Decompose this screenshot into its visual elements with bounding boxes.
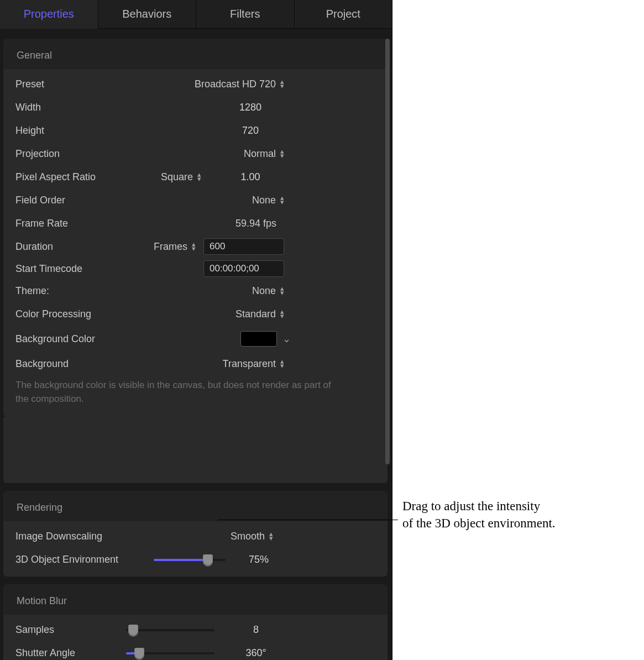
background-help-text: The background color is visible in the c… xyxy=(15,375,375,406)
tab-behaviors[interactable]: Behaviors xyxy=(98,0,197,29)
theme-value: None xyxy=(252,285,276,297)
duration-unit: Frames xyxy=(154,241,187,253)
shutter-slider[interactable] xyxy=(126,647,214,658)
frame-rate-value-wrap: 59.94 fps xyxy=(132,218,292,229)
samples-label: Samples xyxy=(15,624,126,636)
frame-rate-value[interactable]: 59.94 fps xyxy=(235,218,276,229)
width-value[interactable]: 1280 xyxy=(209,102,292,113)
start-tc-label: Start Timecode xyxy=(15,263,132,275)
projection-dropdown[interactable]: Normal xyxy=(132,148,292,160)
inspector-tabs: Properties Behaviors Filters Project xyxy=(0,0,392,29)
stepper-icon xyxy=(197,172,201,181)
par-value: Square xyxy=(161,171,193,183)
duration-input[interactable]: 600 xyxy=(203,238,284,255)
row-width: Width 1280 xyxy=(15,96,375,119)
row-background: Background Transparent xyxy=(15,352,375,375)
start-tc-input[interactable]: 00:00:00;00 xyxy=(203,260,284,277)
preset-label: Preset xyxy=(15,78,132,90)
row-samples: Samples 8 xyxy=(15,618,375,641)
row-duration: Duration Frames 600 xyxy=(15,235,375,258)
color-processing-value: Standard xyxy=(235,308,276,320)
callout-leader-line xyxy=(218,520,398,520)
stepper-icon xyxy=(280,80,284,88)
callout-text: Drag to adjust the intensity of the 3D o… xyxy=(402,497,635,532)
section-motion-blur: Samples 8 Shutter Angle xyxy=(3,615,388,660)
row-start-timecode: Start Timecode 00:00:00;00 xyxy=(15,258,375,279)
field-order-value: None xyxy=(252,195,276,206)
row-projection: Projection Normal xyxy=(15,142,375,165)
preset-dropdown[interactable]: Broadcast HD 720 xyxy=(132,78,292,90)
section-general: Preset Broadcast HD 720 Width 1280 Heigh… xyxy=(3,69,388,417)
tab-project[interactable]: Project xyxy=(295,0,392,29)
downscaling-value: Smooth xyxy=(231,531,265,542)
section-header-motion-blur: Motion Blur xyxy=(3,584,388,615)
preset-value: Broadcast HD 720 xyxy=(195,78,276,90)
row-theme: Theme: None xyxy=(15,279,375,302)
color-processing-dropdown[interactable]: Standard xyxy=(132,308,292,320)
width-label: Width xyxy=(15,102,132,113)
row-shutter-angle: Shutter Angle 360° xyxy=(15,641,375,660)
shutter-value[interactable]: 360° xyxy=(226,647,286,659)
background-label: Background xyxy=(15,358,132,370)
stepper-icon xyxy=(192,242,196,251)
background-dropdown[interactable]: Transparent xyxy=(132,358,292,370)
callout-line-1: Drag to adjust the intensity xyxy=(402,497,635,515)
section-header-general: General xyxy=(3,39,388,69)
stepper-icon xyxy=(269,532,273,541)
bg-color-well[interactable] xyxy=(240,331,277,347)
env-slider[interactable] xyxy=(154,554,226,565)
row-field-order: Field Order None xyxy=(15,188,375,212)
downscaling-label: Image Downscaling xyxy=(15,531,143,542)
section-rendering: Image Downscaling Smooth 3D Object Envir… xyxy=(3,521,388,577)
par-dropdown[interactable]: Square xyxy=(132,171,209,183)
row-color-processing: Color Processing Standard xyxy=(15,302,375,326)
duration-unit-dropdown[interactable]: Frames xyxy=(132,241,203,253)
background-value: Transparent xyxy=(223,358,276,370)
row-3d-environment: 3D Object Environment 75% xyxy=(15,548,375,571)
duration-label: Duration xyxy=(15,241,132,253)
frame-rate-label: Frame Rate xyxy=(15,218,132,229)
row-downscaling: Image Downscaling Smooth xyxy=(15,525,375,548)
samples-slider[interactable] xyxy=(126,624,214,635)
downscaling-dropdown[interactable]: Smooth xyxy=(143,531,281,542)
bg-color-label: Background Color xyxy=(15,333,132,345)
chevron-down-icon[interactable]: ⌄ xyxy=(282,333,291,345)
height-value[interactable]: 720 xyxy=(209,125,292,137)
shutter-label: Shutter Angle xyxy=(15,647,126,659)
section-header-rendering: Rendering xyxy=(3,491,388,521)
projection-label: Projection xyxy=(15,148,132,160)
env-label: 3D Object Environment xyxy=(15,554,154,565)
inspector-panel: Properties Behaviors Filters Project Gen… xyxy=(0,0,392,660)
panel-body: General Preset Broadcast HD 720 Width 12… xyxy=(0,29,392,660)
row-height: Height 720 xyxy=(15,119,375,142)
tab-filters[interactable]: Filters xyxy=(196,0,295,29)
stepper-icon xyxy=(280,310,284,318)
callout-line-2: of the 3D object environment. xyxy=(402,515,635,532)
tab-properties[interactable]: Properties xyxy=(0,0,98,29)
field-order-label: Field Order xyxy=(15,195,132,206)
color-processing-label: Color Processing xyxy=(15,308,132,320)
par-number[interactable]: 1.00 xyxy=(209,171,292,183)
samples-value[interactable]: 8 xyxy=(226,624,286,636)
row-preset: Preset Broadcast HD 720 xyxy=(15,72,375,96)
field-order-dropdown[interactable]: None xyxy=(132,195,292,206)
scrollbar[interactable] xyxy=(385,39,390,464)
env-value[interactable]: 75% xyxy=(231,554,286,565)
row-bg-color: Background Color ⌄ xyxy=(15,326,375,352)
stepper-icon xyxy=(280,149,284,158)
row-frame-rate: Frame Rate 59.94 fps xyxy=(15,212,375,235)
row-par: Pixel Aspect Ratio Square 1.00 xyxy=(15,165,375,188)
stepper-icon xyxy=(280,286,284,295)
stepper-icon xyxy=(280,196,284,205)
height-label: Height xyxy=(15,125,132,137)
projection-value: Normal xyxy=(244,148,276,160)
stepper-icon xyxy=(280,359,284,368)
par-label: Pixel Aspect Ratio xyxy=(15,171,132,183)
theme-label: Theme: xyxy=(15,285,132,297)
theme-dropdown[interactable]: None xyxy=(132,285,292,297)
